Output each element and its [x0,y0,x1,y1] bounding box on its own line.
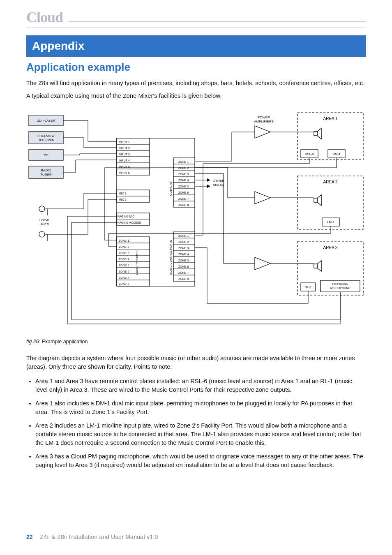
svg-rect-1 [29,132,63,144]
area-1: AREA 1 RSL-6 DM-1 [297,113,363,160]
intro-text: The Z8 [26,80,46,86]
notes-bullets: Area 1 and Area 3 have remote control pl… [26,377,366,469]
list-item: Area 3 has a Cloud PM paging microphone,… [35,452,366,469]
other-areas-group: OTHER AREAS [195,178,224,188]
svg-text:ZONE 3: ZONE 3 [178,173,189,176]
page-number: 22 [26,534,33,540]
svg-text:ZONE 1: ZONE 1 [119,239,129,242]
header-subrule [26,27,366,28]
area-2: AREA 2 LM-1 [297,176,363,229]
speaker-icon [314,128,321,139]
svg-text:ZONE 8: ZONE 8 [178,204,189,206]
source-freeview-1: FREEVIEW [37,134,55,138]
mic-block: MIC 1 MIC 2 [117,190,150,202]
brand-logo: Cloud [26,10,63,25]
svg-marker-78 [207,185,210,188]
svg-marker-75 [255,192,270,204]
svg-text:ZONE 4: ZONE 4 [119,258,129,261]
svg-text:ZONE 8: ZONE 8 [178,278,189,280]
notes-block: The diagram depicts a system where four … [26,348,366,474]
page-footer: 22 Z4II & Z8II Installation and User Man… [26,534,158,540]
svg-text:DM-1: DM-1 [332,152,341,156]
source-radio-2: TUNER [40,173,52,176]
svg-text:PM PAGING: PM PAGING [332,282,348,285]
svg-rect-89 [314,198,317,202]
list-item: Area 1 also includes a DM-1 dual mic inp… [35,399,366,416]
paging-block: PAGING MIC PAGING ACCESS [117,213,150,225]
svg-text:MICROPHONE: MICROPHONE [330,287,350,289]
svg-text:ZONE 5: ZONE 5 [119,264,129,267]
svg-text:RL-1: RL-1 [304,285,312,289]
svg-text:AREA 1: AREA 1 [323,116,337,121]
outputs-label: OUTPUTS [169,182,172,196]
svg-text:ZONE 6: ZONE 6 [178,265,189,268]
svg-text:PAGING ACCESS: PAGING ACCESS [118,221,141,224]
svg-text:AREA 3: AREA 3 [323,245,337,250]
svg-text:INPUT 4: INPUT 4 [119,159,130,162]
svg-text:ZONE 4: ZONE 4 [178,253,189,256]
source-freeview-2: RECIEVER [38,138,55,142]
svg-text:INPUT 1: INPUT 1 [119,141,130,143]
plate-return-lines [67,158,340,324]
svg-text:LM-1: LM-1 [327,220,335,224]
application-diagram: CD PLAYER FREEVIEW RECIEVER PC RADIO TUN… [26,110,366,332]
page-header: Cloud [26,10,366,28]
svg-text:ZONE 5: ZONE 5 [178,185,189,188]
source-pc: PC [44,153,48,157]
svg-marker-96 [317,261,321,271]
svg-rect-81 [314,132,317,136]
source-boxes: CD PLAYER FREEVIEW RECIEVER PC RADIO TUN… [29,115,63,178]
svg-text:ZONE 7: ZONE 7 [178,271,189,274]
caption-fig: fig.26: [26,339,40,345]
svg-text:ZONE 1: ZONE 1 [178,234,189,237]
other-areas-label-1: OTHER [213,179,224,183]
svg-marker-74 [255,126,270,138]
local-mics-label-2: MICS [41,222,49,226]
svg-marker-90 [317,195,321,206]
svg-text:MIC 2: MIC 2 [119,198,127,201]
intro-paragraph-1: The Z8II will find application in many t… [26,79,366,88]
subheading-application-example: Application example [26,61,130,74]
svg-text:RSL-6: RSL-6 [305,152,314,156]
svg-text:ZONE 7: ZONE 7 [119,276,129,279]
section-bar-appendix: Appendix [26,35,366,57]
svg-marker-82 [317,128,321,139]
power-amp-label-2: AMPLIFIERS [254,120,274,123]
area-3: AREA 3 RL-1 PM PAGING MICROPHONE [297,242,363,295]
intro-text-tail: will find application in many types of p… [48,80,364,86]
svg-text:ZONE 1: ZONE 1 [178,160,189,163]
local-mics-group: LOCAL MICS [39,206,51,241]
svg-text:ZONE 5: ZONE 5 [178,259,189,262]
intro-block: The Z8II will find application in many t… [26,79,366,104]
list-item: Area 1 and Area 3 have remote control pl… [35,377,366,394]
figure-caption: fig.26: Example application [26,339,88,345]
local-mics-label-1: LOCAL [39,218,51,222]
svg-text:AREA 2: AREA 2 [323,180,337,184]
caption-text: Example application [40,339,88,345]
svg-text:ZONE 4: ZONE 4 [178,179,189,182]
svg-text:ZONE 3: ZONE 3 [119,252,129,254]
svg-point-4 [39,206,45,212]
svg-text:INPUT 6: INPUT 6 [119,171,130,174]
svg-text:INPUT 3: INPUT 3 [119,153,130,156]
svg-text:ZONE 2: ZONE 2 [178,240,189,243]
svg-marker-77 [207,178,210,182]
amplifier-icons [255,126,270,270]
speaker-icon [314,261,321,271]
svg-rect-95 [314,264,317,268]
svg-point-5 [39,231,45,237]
svg-text:ZONE 3: ZONE 3 [178,247,189,250]
svg-rect-3 [29,166,63,178]
other-areas-label-2: AREAS [213,183,224,187]
inputs-block: INPUT 1 INPUT 2 INPUT 3 INPUT 4 INPUT 5 … [117,138,150,175]
diagram-svg: CD PLAYER FREEVIEW RECIEVER PC RADIO TUN… [26,110,366,332]
local-mic-lines [48,193,117,234]
facility-ports-block: ZONE 1 ZONE 2 ZONE 3 ZONE 4 ZONE 5 ZONE … [117,237,150,286]
output-lines [195,132,255,264]
list-item: Area 2 includes an LM-1 mic/line input p… [35,421,366,447]
source-input-lines [63,120,117,172]
svg-marker-76 [255,257,270,270]
svg-text:MIC 1: MIC 1 [119,192,127,195]
notes-lead: The diagram depicts a system where four … [26,354,366,371]
svg-text:ZONE 6: ZONE 6 [119,270,129,273]
